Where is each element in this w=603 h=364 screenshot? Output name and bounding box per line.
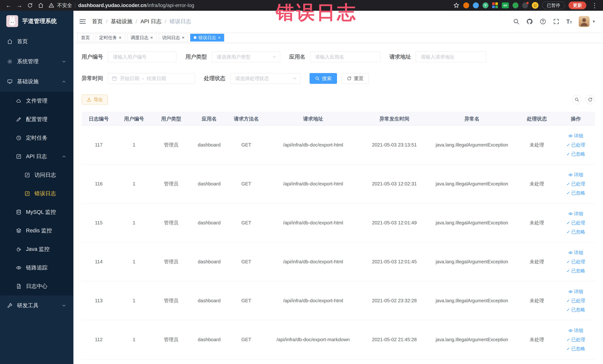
browser-menu-icon[interactable]: ⋮ — [590, 2, 599, 9]
process-status-select[interactable] — [230, 73, 301, 84]
address-bar[interactable]: 不安全 dashboard.yudao.iocoder.cn/infra/log… — [48, 2, 194, 9]
sidebar-item-dev-tools[interactable]: 研发工具 — [0, 295, 73, 316]
mark-ignored-link[interactable]: ✓ 已忽略 — [567, 346, 585, 352]
close-icon[interactable]: × — [218, 35, 220, 40]
detail-link[interactable]: 详细 — [568, 328, 583, 334]
cell-user-type: 管理员 — [152, 203, 190, 242]
breadcrumb-api-log[interactable]: API 日志 — [140, 18, 162, 25]
mark-processed-link[interactable]: ✓ 已处理 — [567, 298, 585, 304]
sidebar-item-error-log[interactable]: 错误日志 — [0, 184, 73, 203]
sidebar-item-mysql-monitor[interactable]: MySQL 监控 — [0, 203, 73, 221]
page-url: dashboard.yudao.iocoder.cn/infra/log/api… — [78, 3, 194, 8]
sidebar-item-redis-monitor[interactable]: Redis 监控 — [0, 221, 73, 240]
mark-processed-link[interactable]: ✓ 已处理 — [567, 142, 585, 148]
extension-icon-paw[interactable] — [522, 2, 528, 8]
detail-link[interactable]: 详细 — [568, 289, 583, 295]
reset-button[interactable]: 重置 — [341, 73, 369, 84]
detail-link[interactable]: 详细 — [568, 250, 583, 256]
mark-ignored-link[interactable]: ✓ 已忽略 — [567, 151, 585, 157]
sidebar-item-config-manage[interactable]: 配置管理 — [0, 110, 73, 129]
tab-dispatch-log[interactable]: 调度日志× — [127, 34, 156, 42]
browser-profile-avatar[interactable] — [532, 2, 538, 9]
mark-processed-link[interactable]: ✓ 已处理 — [567, 259, 585, 265]
breadcrumb-infra[interactable]: 基础设施 — [111, 18, 132, 25]
sidebar-item-infra[interactable]: 基础设施 — [0, 71, 73, 92]
sidebar-item-home[interactable]: 首页 — [0, 32, 73, 52]
tab-access-log[interactable]: 访问日志× — [159, 34, 188, 42]
sidebar-item-scheduled-jobs[interactable]: 定时任务 — [0, 129, 73, 147]
mark-processed-link[interactable]: ✓ 已处理 — [567, 181, 585, 187]
table-row: 112 1 管理员 dashboard GET /api/infra/db-do… — [81, 320, 595, 359]
detail-link[interactable]: 详细 — [568, 172, 583, 178]
search-icon — [315, 76, 320, 81]
help-icon[interactable] — [540, 18, 546, 25]
cell-request-url: /api/infra/db-doc/export-html — [264, 242, 362, 281]
cell-user-type: 管理员 — [152, 281, 190, 320]
browser-forward-icon[interactable]: → — [14, 1, 24, 10]
export-button[interactable]: 导出 — [81, 94, 108, 105]
hide-search-button[interactable] — [572, 95, 581, 104]
github-icon[interactable] — [526, 18, 533, 25]
extension-icon-on-badge[interactable]: on — [502, 2, 509, 8]
user-id-input[interactable] — [108, 52, 176, 62]
request-url-input[interactable] — [416, 52, 486, 62]
extension-icon-blue-drop[interactable] — [473, 2, 479, 8]
close-icon[interactable]: × — [182, 35, 185, 40]
app-name-input[interactable] — [310, 52, 381, 62]
cell-actions: 详细 ✓ 已处理 ✓ 已忽略 — [557, 320, 595, 359]
mark-ignored-link[interactable]: ✓ 已忽略 — [567, 268, 585, 274]
security-warning-icon — [48, 3, 54, 8]
table-row: 113 1 管理员 dashboard GET /api/infra/db-do… — [81, 281, 595, 320]
mark-processed-link[interactable]: ✓ 已处理 — [567, 337, 585, 343]
detail-link[interactable]: 详细 — [568, 133, 583, 139]
extension-icon-leaf[interactable] — [512, 2, 519, 8]
extension-icon-orange[interactable] — [463, 2, 469, 8]
tab-error-log[interactable]: 错误日志× — [190, 34, 224, 42]
user-type-select[interactable] — [212, 52, 280, 62]
close-icon[interactable]: × — [150, 35, 153, 40]
extension-icon-blocks[interactable] — [492, 2, 498, 8]
chevron-down-icon[interactable]: ▾ — [593, 19, 595, 24]
cell-app-name: dashboard — [190, 203, 228, 242]
fullscreen-icon[interactable] — [553, 18, 560, 25]
browser-reload-icon[interactable] — [25, 1, 35, 10]
check-icon: ✓ — [567, 299, 570, 303]
gear-icon — [7, 59, 13, 64]
search-button[interactable]: 搜索 — [310, 73, 337, 84]
paused-button[interactable]: 已暂停 — [542, 1, 565, 9]
close-icon[interactable]: × — [119, 35, 121, 40]
sidebar-item-file-manage[interactable]: 文件管理 — [0, 92, 73, 110]
cell-log-id: 112 — [81, 320, 116, 359]
mark-ignored-link[interactable]: ✓ 已忽略 — [567, 307, 585, 313]
sidebar-item-system[interactable]: 系统管理 — [0, 52, 73, 71]
sidebar-item-access-log[interactable]: 访问日志 — [0, 166, 73, 184]
tab-home[interactable]: 首页 — [78, 34, 93, 42]
browser-back-icon[interactable]: ← — [4, 1, 13, 10]
extension-icon-vue[interactable]: V — [483, 2, 488, 8]
sidebar-item-log-center[interactable]: 日志中心 — [0, 277, 73, 295]
sidebar-fold-icon[interactable] — [79, 18, 86, 25]
refresh-button[interactable] — [586, 95, 595, 104]
update-button[interactable]: 更新 — [568, 1, 586, 9]
mark-processed-link[interactable]: ✓ 已处理 — [567, 220, 585, 226]
sidebar-item-java-monitor[interactable]: Java 监控 — [0, 240, 73, 258]
detail-link[interactable]: 详细 — [568, 211, 583, 217]
avatar[interactable] — [579, 16, 590, 27]
col-user-type: 用户类型 — [152, 112, 190, 126]
exception-time-range-picker[interactable]: 开始日期 - 结束日期 — [108, 73, 195, 84]
breadcrumb-home[interactable]: 首页 — [92, 18, 103, 25]
cell-exception-time: 2021-05-03 12:02:31 — [362, 164, 427, 203]
col-user-id: 用户编号 — [116, 112, 152, 126]
sidebar-item-api-log[interactable]: API 日志 — [0, 147, 73, 166]
sidebar-item-link-trace[interactable]: 链路追踪 — [0, 258, 73, 277]
font-size-icon[interactable]: TT — [566, 19, 572, 24]
search-icon[interactable] — [513, 18, 520, 25]
app-logo[interactable]: 芋道管理系统 — [0, 11, 73, 32]
table-header-row: 日志编号 用户编号 用户类型 应用名 请求方法名 请求地址 异常发生时间 异常名… — [81, 112, 595, 126]
mark-ignored-link[interactable]: ✓ 已忽略 — [567, 190, 585, 196]
browser-home-icon[interactable] — [36, 1, 46, 10]
check-icon: ✓ — [567, 182, 570, 186]
mark-ignored-link[interactable]: ✓ 已忽略 — [567, 229, 585, 235]
bookmark-star-icon[interactable] — [453, 2, 460, 9]
tab-scheduled-jobs[interactable]: 定时任务× — [96, 34, 125, 42]
